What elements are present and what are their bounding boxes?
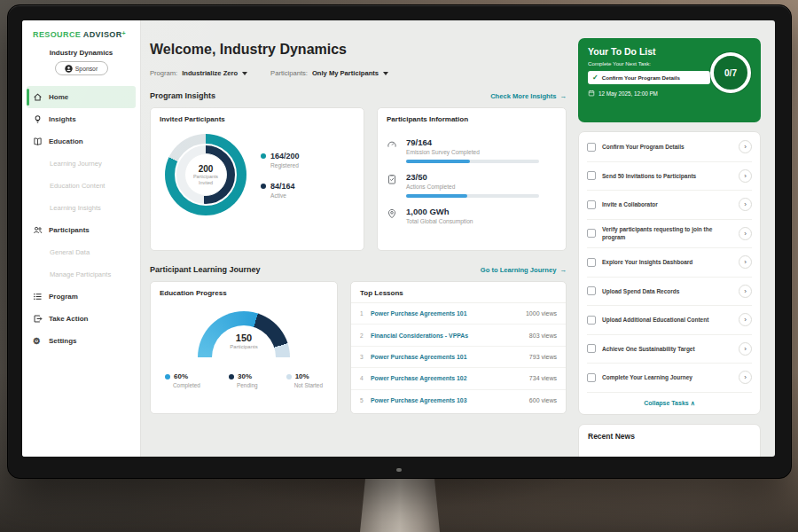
- chevron-right-icon[interactable]: ›: [739, 285, 752, 298]
- chevron-right-icon[interactable]: ›: [739, 342, 752, 356]
- task-checkbox[interactable]: [587, 143, 596, 152]
- lesson-row: 5 Power Purchase Agreements 103 600 view…: [351, 390, 566, 411]
- lesson-row: 1 Power Purchase Agreements 101 1000 vie…: [351, 303, 566, 325]
- lesson-link[interactable]: Power Purchase Agreements 103: [371, 397, 529, 403]
- sidebar-item-settings[interactable]: ⚙ Settings: [22, 330, 140, 352]
- task-checkbox[interactable]: [587, 316, 596, 325]
- task-row[interactable]: Invite a Collaborator ›: [587, 191, 752, 220]
- participants-dropdown[interactable]: Participants: Only My Participants: [270, 69, 388, 77]
- program-dropdown[interactable]: Program: Industrialize Zero: [150, 69, 247, 77]
- active-value: 84/164: [270, 182, 295, 191]
- task-label: Confirm Your Program Details: [602, 143, 732, 151]
- go-to-learning-journey-link[interactable]: Go to Learning Journey →: [481, 266, 567, 274]
- not-started-pct: 10%: [295, 372, 309, 380]
- chevron-right-icon[interactable]: ›: [739, 371, 752, 384]
- section-title: Program Insights: [150, 91, 215, 100]
- person-icon: [65, 65, 73, 73]
- sidebar-item-take-action[interactable]: Take Action: [22, 308, 140, 330]
- task-label: Upload Additional Educational Content: [602, 316, 732, 324]
- legend-registered: 164/200 Registered: [261, 152, 300, 168]
- program-label: Program:: [150, 69, 177, 77]
- task-list-card: Confirm Your Program Details › Send 50 I…: [578, 131, 761, 415]
- sidebar-item-manage-participants[interactable]: Manage Participants: [22, 263, 140, 286]
- lightbulb-icon: [33, 114, 43, 124]
- todo-progress-value: 0/7: [710, 52, 751, 93]
- clipboard-check-icon: [387, 172, 398, 198]
- task-checkbox[interactable]: [587, 200, 596, 209]
- lesson-link[interactable]: Financial Considerations - VPPAs: [371, 332, 529, 339]
- dashboard-screen: RESOURCE ADVISOR+ Industry Dynamics Spon…: [22, 20, 775, 457]
- task-checkbox[interactable]: [587, 344, 596, 353]
- chevron-right-icon[interactable]: ›: [739, 140, 752, 153]
- task-checkbox[interactable]: [587, 373, 596, 382]
- learning-journey-header: Participant Learning Journey Go to Learn…: [150, 265, 567, 274]
- completed-dot: [165, 374, 170, 379]
- consumption-label: Total Global Consumption: [406, 218, 473, 224]
- org-name: Industry Dynamics: [22, 49, 140, 57]
- collapse-tasks-button[interactable]: Collapse Tasks ∧: [587, 393, 752, 413]
- task-row[interactable]: Explore Your Insights Dashboard ›: [587, 248, 752, 278]
- chevron-right-icon[interactable]: ›: [739, 169, 752, 183]
- task-checkbox[interactable]: [587, 229, 596, 238]
- lesson-rank: 1: [360, 310, 371, 317]
- task-row[interactable]: Confirm Your Program Details ›: [587, 133, 752, 162]
- lesson-rank: 4: [360, 375, 371, 381]
- next-task-chip[interactable]: ✓ Confirm Your Program Details: [588, 71, 710, 84]
- page-title: Welcome, Industry Dynamics: [150, 42, 567, 58]
- chevron-right-icon[interactable]: ›: [739, 198, 752, 211]
- chevron-right-icon[interactable]: ›: [739, 313, 752, 326]
- info-row-consumption: 1,000 GWh Total Global Consumption: [378, 207, 566, 224]
- completed-pct: 60%: [174, 372, 188, 380]
- lesson-link[interactable]: Power Purchase Agreements 101: [371, 354, 529, 360]
- gear-icon: ⚙: [33, 336, 43, 346]
- sidebar-item-education[interactable]: Education: [22, 130, 140, 153]
- lesson-link[interactable]: Power Purchase Agreements 101: [371, 310, 526, 317]
- sidebar-item-label: Program: [49, 293, 78, 301]
- monitor-stand: [360, 476, 440, 532]
- sidebar-item-learning-insights[interactable]: Learning Insights: [22, 197, 140, 219]
- todo-progress-ring: 0/7: [709, 51, 752, 94]
- sidebar: RESOURCE ADVISOR+ Industry Dynamics Spon…: [22, 20, 141, 457]
- chevron-right-icon[interactable]: ›: [739, 255, 752, 269]
- task-row[interactable]: Upload Additional Educational Content ›: [587, 306, 752, 335]
- task-label: Invite a Collaborator: [602, 200, 732, 208]
- task-row[interactable]: Send 50 Invitations to Participants ›: [587, 162, 752, 192]
- lesson-views: 793 views: [529, 354, 557, 360]
- chevron-right-icon[interactable]: ›: [739, 227, 752, 240]
- not-started-label: Not Started: [294, 382, 323, 388]
- sidebar-item-label: Participants: [49, 226, 90, 234]
- lesson-views: 600 views: [529, 397, 557, 403]
- not-started-dot: [286, 374, 292, 379]
- sidebar-item-learning-journey[interactable]: Learning Journey: [22, 153, 140, 175]
- location-pin-icon: [387, 207, 398, 224]
- lesson-link[interactable]: Power Purchase Agreements 102: [371, 375, 529, 381]
- chevron-down-icon: [383, 72, 388, 75]
- task-checkbox[interactable]: [587, 286, 596, 295]
- sidebar-item-general-data[interactable]: General Data: [22, 241, 140, 263]
- sidebar-item-label: Take Action: [49, 315, 88, 323]
- emission-label: Emission Survey Completed: [406, 149, 539, 155]
- sponsor-badge[interactable]: Sponsor: [55, 61, 108, 75]
- logo-primary: RESOURCE: [33, 30, 81, 39]
- top-lessons-card: Top Lessons 1 Power Purchase Agreements …: [350, 281, 567, 414]
- gauge-center: 150 Participants: [198, 332, 290, 349]
- task-label: Verify participants requesting to join t…: [602, 225, 732, 242]
- sidebar-item-home[interactable]: Home: [27, 86, 136, 108]
- task-row[interactable]: Upload Spend Data Records ›: [587, 278, 752, 307]
- task-row[interactable]: Achieve One Sustainability Target ›: [587, 335, 752, 364]
- task-row[interactable]: Complete Your Learning Journey ›: [587, 364, 752, 393]
- check-more-insights-link[interactable]: Check More Insights →: [490, 92, 567, 100]
- recent-news-title: Recent News: [588, 432, 635, 441]
- sidebar-item-participants[interactable]: Participants: [22, 219, 140, 241]
- action-arrow-icon: [33, 314, 43, 324]
- sidebar-item-education-content[interactable]: Education Content: [22, 175, 140, 197]
- task-checkbox[interactable]: [587, 171, 596, 180]
- task-row[interactable]: Verify participants requesting to join t…: [587, 220, 752, 249]
- task-checkbox[interactable]: [587, 258, 596, 267]
- emission-value: 79/164: [406, 137, 539, 147]
- sidebar-item-program[interactable]: Program: [22, 286, 140, 308]
- sponsor-label: Sponsor: [75, 66, 98, 72]
- sidebar-item-insights[interactable]: Insights: [22, 108, 140, 130]
- registered-dot: [261, 153, 266, 159]
- lesson-rank: 2: [360, 332, 371, 339]
